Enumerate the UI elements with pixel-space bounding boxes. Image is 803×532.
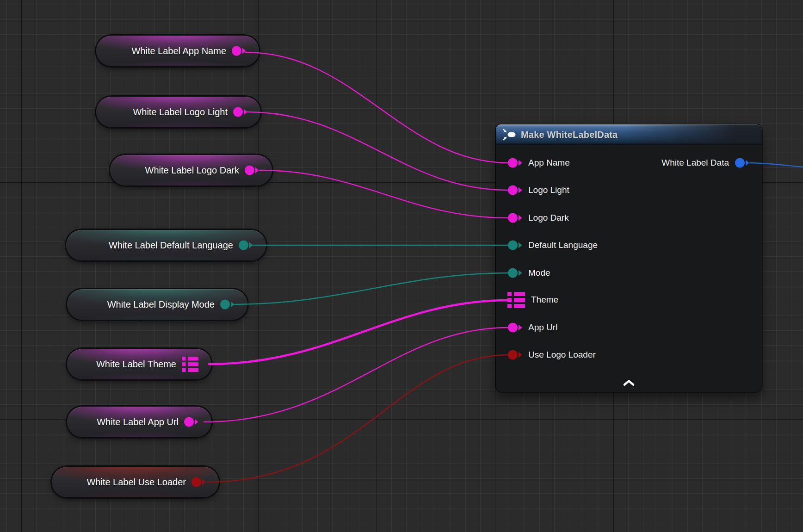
variable-node-label: White Label Logo Light [133, 107, 228, 117]
input-pin-label: App Name [528, 158, 570, 168]
input-row-logo-light: Logo Light [508, 182, 569, 198]
string-output-pin[interactable] [184, 417, 198, 427]
bool-output-pin[interactable] [191, 477, 206, 487]
input-pin-label: App Url [528, 322, 557, 333]
wire-display-mode[interactable] [233, 273, 509, 304]
string-output-pin[interactable] [233, 107, 247, 117]
collapse-chevron-icon[interactable] [623, 379, 635, 386]
input-row-app-url: App Url [508, 320, 557, 335]
input-row-use-logo-loader: Use Logo Loader [508, 347, 596, 363]
map-input-pin[interactable] [507, 292, 525, 308]
struct-output-pin[interactable] [735, 158, 749, 168]
output-row-white-label-data: White Label Data [661, 155, 749, 171]
input-pin-label: Theme [531, 295, 558, 305]
variable-node-label: White Label Theme [96, 359, 176, 369]
variable-node-label: White Label Logo Dark [145, 166, 239, 175]
enum-input-pin[interactable] [508, 240, 522, 250]
variable-node-white-label-default-language[interactable]: White Label Default Language [66, 230, 266, 260]
string-input-pin[interactable] [508, 322, 522, 333]
variable-node-white-label-app-name[interactable]: White Label App Name [96, 36, 259, 66]
make-struct-icon [502, 129, 516, 141]
variable-node-label: White Label App Url [97, 417, 179, 427]
variable-node-white-label-logo-dark[interactable]: White Label Logo Dark [110, 155, 272, 186]
input-row-default-language: Default Language [508, 237, 598, 253]
variable-node-label: White Label Display Mode [107, 300, 215, 309]
string-input-pin[interactable] [508, 158, 522, 168]
input-pin-label: Use Logo Loader [528, 350, 596, 360]
variable-node-white-label-theme[interactable]: White Label Theme [67, 349, 211, 379]
wire-logo-dark[interactable] [259, 170, 509, 218]
variable-node-label: White Label Use Loader [86, 477, 186, 487]
input-row-app-name: App Name [508, 155, 570, 171]
node-title-bar[interactable]: Make WhiteLabelData [496, 124, 762, 145]
string-input-pin[interactable] [508, 185, 522, 195]
string-input-pin[interactable] [508, 213, 522, 223]
variable-node-label: White Label Default Language [109, 241, 233, 250]
node-make-whitelabeldata[interactable]: Make WhiteLabelData App Name Logo Light … [496, 124, 762, 392]
variable-node-white-label-use-loader[interactable]: White Label Use Loader [52, 467, 219, 497]
blueprint-graph-canvas[interactable]: White Label App Name White Label Logo Li… [0, 0, 803, 532]
variable-node-white-label-display-mode[interactable]: White Label Display Mode [67, 289, 247, 320]
wire-use-loader[interactable] [208, 355, 509, 482]
variable-node-label: White Label App Name [131, 46, 226, 56]
variable-node-white-label-app-url[interactable]: White Label App Url [67, 407, 211, 437]
input-row-mode: Mode [508, 265, 550, 281]
input-pin-label: Mode [528, 268, 550, 278]
enum-output-pin[interactable] [239, 240, 253, 250]
wire-app-name[interactable] [246, 52, 509, 163]
bool-input-pin[interactable] [508, 350, 522, 360]
input-pin-label: Logo Light [528, 185, 569, 195]
input-pin-label: Logo Dark [528, 213, 569, 223]
string-output-pin[interactable] [232, 46, 246, 56]
enum-input-pin[interactable] [508, 268, 522, 278]
node-title: Make WhiteLabelData [521, 130, 618, 140]
map-output-pin[interactable] [182, 357, 198, 372]
variable-node-white-label-logo-light[interactable]: White Label Logo Light [96, 97, 260, 127]
input-pin-label: Default Language [528, 240, 598, 250]
wire-app-url[interactable] [204, 328, 509, 422]
wire-logo-light[interactable] [247, 112, 509, 190]
input-row-logo-dark: Logo Dark [508, 210, 569, 226]
output-pin-label: White Label Data [661, 158, 729, 168]
input-row-theme: Theme [507, 292, 558, 308]
string-output-pin[interactable] [245, 165, 259, 175]
